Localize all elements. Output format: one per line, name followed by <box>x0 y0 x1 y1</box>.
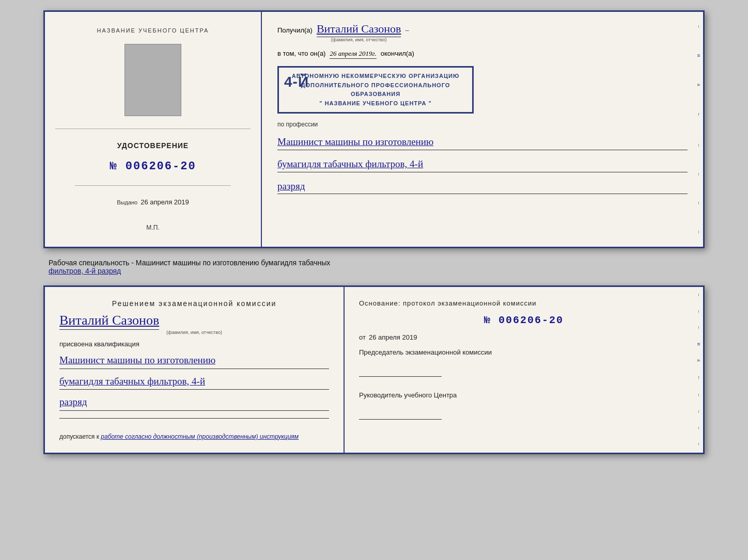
stamp-line2: ДОПОЛНИТЕЛЬНОГО ПРОФЕССИОНАЛЬНОГО ОБРАЗО… <box>286 81 465 99</box>
org-name-title: НАЗВАНИЕ УЧЕБНОГО ЦЕНТРА <box>97 27 209 34</box>
profession-line1: Машинист машины по изготовлению <box>277 135 688 150</box>
predsedatel-signature <box>359 366 442 377</box>
poluchil-block: Получил(а) Виталий Сазонов (фамилия, имя… <box>277 22 688 42</box>
vtom-date: 26 апреля 2019г. <box>330 50 376 59</box>
edge-mark-dash4: – <box>696 202 702 204</box>
protocol-number: № 006206-20 <box>359 314 689 326</box>
edge-mark-arrow: ← <box>696 112 702 117</box>
poluchil-name-block: Виталий Сазонов (фамилия, имя, отчество) <box>317 22 401 42</box>
middle-text-line1: Рабочая специальность - Машинист машины … <box>49 259 330 267</box>
profession-line2: бумагидля табачных фильтров, 4-й <box>277 157 688 172</box>
ot-date: 26 апреля 2019 <box>369 333 417 341</box>
stamp-line3: " НАЗВАНИЕ УЧЕБНОГО ЦЕНТРА " <box>286 99 465 108</box>
qual-line1: Машинист машины по изготовлению <box>59 353 329 369</box>
edge-mark-dash1: – <box>696 25 702 28</box>
prisvonena-label: присвоена квалификация <box>59 340 329 348</box>
middle-text-content: Рабочая специальность - Машинист машины … <box>49 259 699 275</box>
edge-mark-dash2: – <box>696 144 702 147</box>
bedge-a: а <box>696 359 702 361</box>
qual-line2: бумагидля табачных фильтров, 4-й <box>59 374 329 390</box>
mp-label: М.П. <box>146 224 159 231</box>
stamp-block: 4-й АВТОНОМНУЮ НЕКОММЕРЧЕСКУЮ ОРГАНИЗАЦИ… <box>277 66 474 114</box>
right-edge-marks-bottom: – – – и а ← – – – – <box>695 287 703 453</box>
ot-label: от <box>359 333 366 341</box>
edge-mark-dash3: – <box>696 173 702 175</box>
cert-top-left: НАЗВАНИЕ УЧЕБНОГО ЦЕНТРА УДОСТОВЕРЕНИЕ №… <box>45 12 262 247</box>
bedge-dash3: – <box>696 326 702 329</box>
bedge-i: и <box>696 343 702 345</box>
udost-number: № 006206-20 <box>110 160 196 173</box>
middle-text-block: Рабочая специальность - Машинист машины … <box>43 257 705 277</box>
separator-line <box>59 418 329 419</box>
person-block: Виталий Сазонов (фамилия, имя, отчество) <box>59 313 329 335</box>
certificate-bottom: Решением экзаменационной комиссии Витали… <box>43 285 705 454</box>
qual-line3: разряд <box>59 395 329 411</box>
dopuskaetsya-label: допускается к <box>59 433 99 440</box>
person-name: Виталий Сазонов <box>59 313 159 330</box>
bedge-dash4: – <box>696 394 702 396</box>
vydano-label: Выдано <box>117 199 137 205</box>
edge-mark-dash5: – <box>696 231 702 233</box>
bedge-dash6: – <box>696 427 702 429</box>
poluchil-name: Виталий Сазонов <box>317 22 401 37</box>
bedge-arrow: ← <box>696 375 702 380</box>
bedge-dash1: – <box>696 294 702 296</box>
vydano-line: Выдано 26 апреля 2019 <box>117 198 189 211</box>
stamp-line1: АВТОНОМНУЮ НЕКОММЕРЧЕСКУЮ ОРГАНИЗАЦИЮ <box>286 72 465 81</box>
rukovoditel-label: Руководитель учебного Центра <box>359 391 689 399</box>
cert-top-right: Получил(а) Виталий Сазонов (фамилия, имя… <box>262 12 703 247</box>
rukovoditel-signature <box>359 409 442 420</box>
dash: – <box>405 26 409 35</box>
cert-bottom-right: Основание: протокол экзаменационной коми… <box>345 287 703 453</box>
vydano-date: 26 апреля 2019 <box>141 198 189 206</box>
udost-label: УДОСТОВЕРЕНИЕ <box>117 141 189 150</box>
profession-line3: разряд <box>277 180 688 195</box>
photo-placeholder <box>124 44 181 116</box>
bedge-dash2: – <box>696 310 702 313</box>
po-professii-label: по профессии <box>277 121 688 128</box>
cert-bottom-left: Решением экзаменационной комиссии Витали… <box>45 287 345 453</box>
vtom-block: в том, что он(а) 26 апреля 2019г. окончи… <box>277 50 688 59</box>
edge-mark-a: а <box>696 84 702 86</box>
resheniem-title: Решением экзаменационной комиссии <box>59 299 329 308</box>
predsedatel-label: Председатель экзаменационной комиссии <box>359 348 689 356</box>
poluchil-label: Получил(а) <box>277 26 313 34</box>
right-edge-marks-top: – и а ← – – – – <box>695 12 703 247</box>
fio-subtitle: (фамилия, имя, отчество) <box>331 37 387 42</box>
certificate-top: НАЗВАНИЕ УЧЕБНОГО ЦЕНТРА УДОСТОВЕРЕНИЕ №… <box>43 10 705 248</box>
okonchil-label: окончил(а) <box>381 50 414 57</box>
bedge-dash5: – <box>696 410 702 413</box>
bedge-dash7: – <box>696 443 702 445</box>
vtom-label: в том, что он(а) <box>277 50 325 57</box>
dopusk-italic: работе согласно должностным (производств… <box>101 433 299 440</box>
dopuskaetsya-block: допускается к работе согласно должностны… <box>59 433 329 440</box>
person-fio-sub: (фамилия, имя, отчество) <box>166 330 222 335</box>
middle-text-underline: фильтров, 4-й разряд <box>49 267 121 275</box>
stamp-number: 4-й <box>284 71 309 94</box>
edge-mark-i: и <box>696 54 702 57</box>
osnovanie-label: Основание: протокол экзаменационной коми… <box>359 299 689 307</box>
ot-block: от 26 апреля 2019 <box>359 333 689 341</box>
